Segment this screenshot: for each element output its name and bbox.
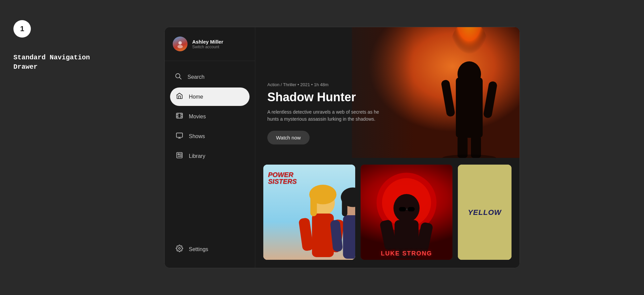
movies-icon xyxy=(175,112,183,121)
hero-description: A relentless detective unravels a web of… xyxy=(267,109,388,123)
sidebar-item-settings[interactable]: Settings xyxy=(170,240,250,258)
hero-content: Action / Thriller • 2021 • 1h 48m Shadow… xyxy=(267,82,388,144)
thumbnail-yellow[interactable]: YELLOW xyxy=(458,165,512,260)
sidebar-item-search[interactable]: Search xyxy=(170,68,250,86)
watch-now-button[interactable]: Watch now xyxy=(267,131,310,144)
home-icon xyxy=(175,92,183,101)
sidebar-label-home: Home xyxy=(189,94,203,100)
profile-info: Ashley Miller Switch account xyxy=(192,39,223,49)
sidebar-item-library[interactable]: Library xyxy=(170,147,250,165)
sidebar-item-movies[interactable]: Movies xyxy=(170,107,250,126)
sidebar: Ashley Miller Switch account Search xyxy=(165,27,255,268)
svg-rect-47 xyxy=(399,207,406,212)
svg-rect-11 xyxy=(176,133,182,137)
main-content: Action / Thriller • 2021 • 1h 48m Shadow… xyxy=(255,27,520,268)
svg-rect-35 xyxy=(310,194,317,216)
svg-rect-41 xyxy=(342,197,347,216)
svg-point-19 xyxy=(178,247,180,249)
svg-point-45 xyxy=(393,194,420,222)
svg-rect-31 xyxy=(312,214,334,257)
avatar xyxy=(173,37,187,51)
svg-point-0 xyxy=(178,41,182,45)
profile-section: Ashley Miller Switch account xyxy=(165,27,255,61)
sidebar-item-home[interactable]: Home xyxy=(170,87,250,106)
svg-point-1 xyxy=(177,45,183,48)
sidebar-label-settings: Settings xyxy=(189,246,208,252)
power-sisters-title: POWER SISTERS xyxy=(268,171,297,185)
avatar-icon xyxy=(175,39,185,49)
svg-rect-48 xyxy=(408,207,415,212)
luke-strong-title: LUKE STRONG xyxy=(361,250,452,257)
hero-title: Shadow Hunter xyxy=(267,91,388,104)
svg-rect-37 xyxy=(343,215,355,259)
hero-meta: Action / Thriller • 2021 • 1h 48m xyxy=(267,82,388,87)
label-area: 1 Standard Navigation Drawer xyxy=(13,20,90,72)
page-title: Standard Navigation Drawer xyxy=(13,44,90,72)
settings-section: Settings xyxy=(165,235,255,268)
svg-rect-4 xyxy=(176,113,182,118)
sidebar-label-search: Search xyxy=(187,74,205,80)
svg-line-3 xyxy=(179,77,181,79)
profile-switch-link[interactable]: Switch account xyxy=(192,45,223,49)
sidebar-label-shows: Shows xyxy=(189,133,205,139)
thumbnail-luke-strong[interactable]: LUKE STRONG xyxy=(361,165,452,260)
search-icon xyxy=(174,72,182,81)
outer-container: 1 Standard Navigation Drawer xyxy=(0,0,644,295)
step-circle: 1 xyxy=(13,20,31,38)
yellow-title: YELLOW xyxy=(468,208,501,217)
luke-strong-artwork xyxy=(361,165,452,260)
nav-section: Search Home xyxy=(165,61,255,235)
shows-icon xyxy=(175,132,183,141)
sidebar-label-movies: Movies xyxy=(189,114,206,120)
settings-icon xyxy=(175,245,183,254)
sidebar-label-library: Library xyxy=(189,153,205,159)
hero-section: Action / Thriller • 2021 • 1h 48m Shadow… xyxy=(255,27,520,158)
app-window: Ashley Miller Switch account Search xyxy=(164,27,520,268)
thumbnails-section: POWER SISTERS xyxy=(255,158,520,268)
svg-rect-15 xyxy=(178,154,179,155)
thumbnail-power-sisters[interactable]: POWER SISTERS xyxy=(263,165,355,260)
profile-name: Ashley Miller xyxy=(192,39,223,45)
library-icon xyxy=(175,152,183,161)
sidebar-item-shows[interactable]: Shows xyxy=(170,127,250,145)
thumbnails-row: POWER SISTERS xyxy=(263,165,512,260)
svg-point-23 xyxy=(458,61,481,87)
